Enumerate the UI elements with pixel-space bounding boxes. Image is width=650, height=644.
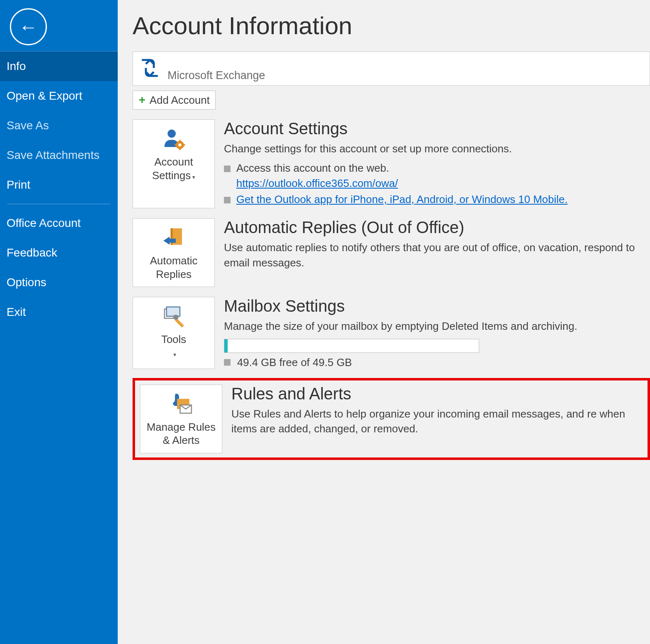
section-desc: Use automatic replies to notify others t… [224, 240, 650, 270]
section-title-account-settings: Account Settings [224, 119, 650, 138]
storage-fill [224, 339, 228, 352]
divider [7, 204, 110, 204]
sidebar-label: Exit [7, 306, 26, 318]
main-content: Account Information Microsoft Exchange +… [118, 0, 650, 644]
sidebar-item-exit[interactable]: Exit [0, 297, 118, 327]
tile-label: Tools [161, 333, 186, 345]
bullet-icon [224, 359, 231, 366]
sidebar-item-options[interactable]: Options [0, 268, 118, 297]
sidebar-label: Info [7, 60, 26, 72]
sidebar-item-feedback[interactable]: Feedback [0, 238, 118, 268]
person-gear-icon [135, 126, 212, 152]
svg-point-0 [168, 130, 176, 138]
mobile-app-link[interactable]: Get the Outlook app for iPhone, iPad, An… [236, 193, 568, 205]
section-desc: Manage the size of your mailbox by empty… [224, 319, 650, 334]
tools-icon [135, 303, 212, 329]
manage-rules-tile[interactable]: Manage Rules & Alerts [140, 385, 222, 453]
rules-alerts-highlight: Manage Rules & Alerts Rules and Alerts U… [133, 378, 650, 460]
sidebar-label: Options [7, 276, 47, 289]
back-arrow-icon: ← [19, 17, 38, 36]
section-title-mailbox: Mailbox Settings [224, 297, 650, 315]
tile-label: Automatic Replies [135, 254, 212, 281]
account-type: Microsoft Exchange [168, 69, 265, 82]
sidebar-label: Save Attachments [7, 149, 100, 161]
account-selector[interactable]: Microsoft Exchange [133, 51, 650, 86]
plus-icon: + [139, 93, 145, 107]
sidebar-label: Save As [7, 119, 49, 132]
sidebar-item-save-attachments[interactable]: Save Attachments [0, 140, 118, 170]
back-button[interactable]: ← [10, 8, 47, 45]
bullet-icon [224, 197, 231, 203]
svg-point-2 [178, 143, 182, 147]
sidebar-item-info[interactable]: Info [0, 51, 118, 81]
add-account-button[interactable]: + Add Account [133, 91, 216, 110]
sidebar-label: Office Account [7, 217, 81, 229]
section-desc: Use Rules and Alerts to help organize yo… [231, 406, 643, 436]
sidebar-item-open-export[interactable]: Open & Export [0, 81, 118, 111]
storage-text: 49.4 GB free of 49.5 GB [237, 356, 352, 369]
svg-point-11 [173, 315, 179, 320]
chevron-down-icon: ▾ [192, 174, 195, 180]
tools-tile[interactable]: Tools▾ [133, 297, 215, 369]
chevron-down-icon: ▾ [173, 351, 176, 358]
section-desc: Change settings for this account or set … [224, 141, 650, 156]
section-title-auto-replies: Automatic Replies (Out of Office) [224, 218, 650, 237]
tile-label: Account Settings [152, 156, 193, 182]
sidebar-label: Open & Export [7, 89, 82, 102]
account-email [168, 55, 265, 69]
svg-rect-10 [167, 307, 180, 317]
exchange-icon [138, 56, 162, 82]
sidebar-item-save-as[interactable]: Save As [0, 111, 118, 140]
section-title-rules: Rules and Alerts [231, 385, 643, 403]
sidebar-item-print[interactable]: Print [0, 170, 118, 200]
tile-label: Manage Rules & Alerts [143, 420, 219, 447]
account-settings-tile[interactable]: Account Settings▾ [133, 119, 215, 208]
bullet-text: Access this account on the web. [236, 162, 389, 175]
bullet-icon [224, 166, 231, 172]
sidebar-label: Print [7, 178, 30, 191]
owa-link[interactable]: https://outlook.office365.com/owa/ [236, 177, 398, 189]
sidebar-item-office-account[interactable]: Office Account [0, 208, 118, 238]
backstage-sidebar: ← Info Open & Export Save As Save Attach… [0, 0, 118, 644]
auto-reply-icon [135, 224, 212, 251]
storage-bar [224, 339, 479, 353]
sidebar-label: Feedback [7, 246, 57, 259]
add-account-label: Add Account [149, 94, 210, 107]
rules-alerts-icon [143, 391, 219, 417]
automatic-replies-tile[interactable]: Automatic Replies [133, 218, 215, 287]
page-title: Account Information [133, 12, 650, 40]
